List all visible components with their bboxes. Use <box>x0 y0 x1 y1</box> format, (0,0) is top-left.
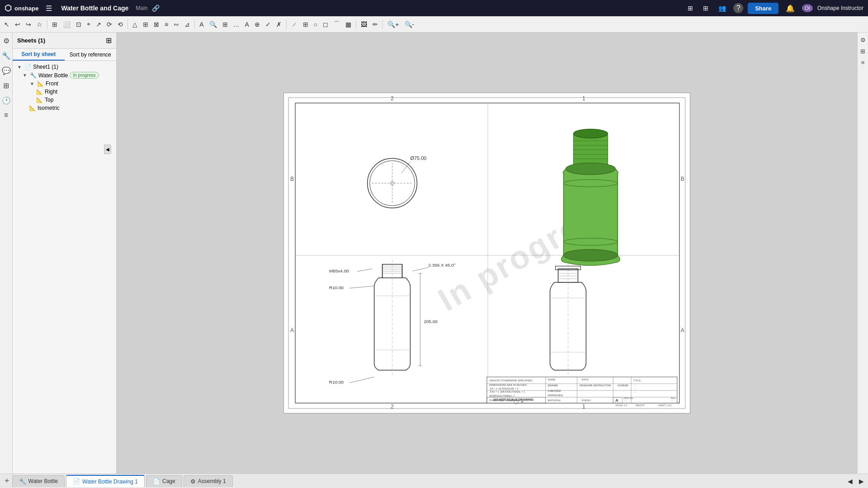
tab-sort-by-reference[interactable]: Sort by reference <box>65 49 117 61</box>
svg-text:R10.00: R10.00 <box>329 380 344 385</box>
note-button[interactable]: 🔍 <box>207 19 219 29</box>
line-button[interactable]: ⟋ <box>289 19 300 29</box>
ordinate-button[interactable]: ⊠ <box>151 19 161 29</box>
tree-item-right[interactable]: 📐 Right <box>13 88 116 96</box>
views-button[interactable]: ⊞ <box>50 19 60 29</box>
svg-line-43 <box>349 377 374 383</box>
tree-item-isometric[interactable]: 📐 Isometric <box>13 104 116 112</box>
spline-button[interactable]: ⊞ <box>301 19 311 29</box>
tree-item-front[interactable]: ▼ 📐 Front <box>13 80 116 88</box>
tab-water-bottle[interactable]: 🔧 Water Bottle <box>12 475 65 487</box>
sidebar-collapse-button[interactable]: ◀ <box>104 145 111 154</box>
main-area: ⚙ 🔧 💬 ⊞ 🕐 ≡ Sheets (1) ⊞ Sort by sheet S… <box>0 33 868 474</box>
smart-dim-button[interactable]: ⊞ <box>141 19 151 29</box>
geom-tol-button[interactable]: ⊿ <box>182 19 192 29</box>
tab-scroll-left[interactable]: ◀ <box>845 476 855 486</box>
right-panel-icon-1[interactable]: ⚙ <box>859 35 867 45</box>
svg-text:A: A <box>681 327 684 333</box>
svg-text:DIMENSIONS ARE IN INCHES: DIMENSIONS ARE IN INCHES <box>489 384 527 386</box>
svg-text:DATE: DATE <box>581 378 588 381</box>
user-avatar[interactable]: OI <box>802 4 813 12</box>
circle-button[interactable]: ○ <box>311 19 320 29</box>
cross-button[interactable]: ✗ <box>274 19 284 29</box>
redo-button[interactable]: ↪ <box>24 19 33 29</box>
zoom-in-button[interactable]: 🔍+ <box>385 19 401 29</box>
svg-text:.XX = ± .02    ANGULAR = 1°: .XX = ± .02 ANGULAR = 1° <box>489 387 519 390</box>
svg-text:⊕: ⊕ <box>521 400 524 403</box>
centerline-button[interactable]: ∾ <box>171 19 181 29</box>
comment-icon[interactable]: 💬 <box>0 65 12 76</box>
sidebar-expand-button[interactable]: ⊞ <box>106 36 112 45</box>
text-button[interactable]: A <box>197 19 206 29</box>
tab-assembly[interactable]: ⚙ Assembly 1 <box>184 475 233 487</box>
parts-icon[interactable]: ⚙ <box>2 35 11 47</box>
assembly-icon[interactable]: 🔧 <box>0 50 12 61</box>
right-panel: ⚙ ⊞ ≡ <box>857 33 868 474</box>
expand-front[interactable]: ▼ <box>29 81 35 86</box>
front-label: Front <box>46 80 58 87</box>
svg-text:205.00: 205.00 <box>424 319 438 324</box>
hamburger-button[interactable]: ☰ <box>43 4 55 13</box>
image-button[interactable]: 🖼 <box>359 19 369 29</box>
svg-text:----: ---- <box>633 384 637 386</box>
expand-sheet1[interactable]: ▼ <box>16 65 23 70</box>
right-panel-icon-3[interactable]: ≡ <box>860 58 866 67</box>
history-icon[interactable]: 🕐 <box>0 95 12 106</box>
align-button[interactable]: ⟲ <box>115 19 125 29</box>
weld-button[interactable]: ⊕ <box>252 19 262 29</box>
tab-sort-by-sheet[interactable]: Sort by sheet <box>13 49 65 61</box>
check-button[interactable]: ✓ <box>263 19 273 29</box>
dim-button[interactable]: △ <box>130 19 140 29</box>
properties-icon[interactable]: ≡ <box>3 110 9 121</box>
share-button[interactable]: Share <box>748 3 778 14</box>
tab-water-bottle-drawing[interactable]: 📄 Water Bottle Drawing 1 <box>66 475 145 487</box>
sketch-button[interactable]: ✏ <box>370 19 380 29</box>
grid-icon[interactable]: ⊞ <box>700 5 711 12</box>
version-icon[interactable]: ⊞ <box>685 5 696 12</box>
tab-cage[interactable]: 📄 Cage <box>146 475 182 487</box>
help-icon[interactable]: ? <box>733 3 743 13</box>
iso-view-icon: 📐 <box>29 105 36 111</box>
center-mark-button[interactable]: ≡ <box>162 19 170 29</box>
people-icon[interactable]: 👥 <box>716 5 729 12</box>
tab-scroll-right[interactable]: ▶ <box>857 476 866 486</box>
link-icon[interactable]: 🔗 <box>152 5 160 12</box>
broken-button[interactable]: ⟳ <box>104 19 114 29</box>
detail-button[interactable]: ⊡ <box>74 19 84 29</box>
logo-text: onshape <box>14 5 38 12</box>
arc-button[interactable]: ⌒ <box>331 19 342 30</box>
logo[interactable]: ⬡ onshape <box>5 3 38 13</box>
hatch-button[interactable]: ▦ <box>343 19 354 29</box>
undo-button[interactable]: ↩ <box>13 19 23 29</box>
bom-button[interactable]: … <box>231 19 242 29</box>
section-button[interactable]: ⬜ <box>61 19 73 29</box>
svg-text:SCALE: 1:3: SCALE: 1:3 <box>615 404 627 407</box>
table-button[interactable]: ⊞ <box>220 19 230 29</box>
surface-finish-button[interactable]: A <box>243 19 251 29</box>
zoom-fit-button[interactable]: 🔍- <box>402 19 417 29</box>
notifications-icon[interactable]: 🔔 <box>783 4 797 13</box>
expand-water-bottle[interactable]: ▼ <box>22 73 28 78</box>
variables-icon[interactable]: ⊞ <box>2 80 10 91</box>
svg-text:APPROVED: APPROVED <box>548 394 563 397</box>
crop-button[interactable]: ⌖ <box>85 19 93 29</box>
star-button[interactable]: ☆ <box>34 19 45 29</box>
sheet1-label: Sheet1 (1) <box>33 64 58 70</box>
tree-item-water-bottle[interactable]: ▼ 🔧 Water Bottle In progress <box>13 71 116 80</box>
toolbar-sep-5 <box>356 19 356 29</box>
add-tab-button[interactable]: + <box>2 476 12 486</box>
drawing-area[interactable]: In progress 2 1 2 1 B B <box>117 33 857 474</box>
toolbar-sep-4 <box>286 19 287 29</box>
toolbar: ↖ ↩ ↪ ☆ ⊞ ⬜ ⊡ ⌖ ↗ ⟳ ⟲ △ ⊞ ⊠ ≡ ∾ ⊿ A 🔍 ⊞ … <box>0 16 868 33</box>
svg-text:1: 1 <box>582 404 585 410</box>
auxiliary-button[interactable]: ↗ <box>94 19 104 29</box>
tree-item-top[interactable]: 📐 Top <box>13 96 116 104</box>
tree-item-sheet1[interactable]: ▼ 📄 Sheet1 (1) <box>13 63 116 71</box>
svg-point-46 <box>573 129 608 138</box>
right-panel-icon-2[interactable]: ⊞ <box>859 47 867 56</box>
svg-point-48 <box>564 249 618 261</box>
top-label: Top <box>45 97 53 103</box>
rect-button[interactable]: ◻ <box>321 19 330 29</box>
front-icon: 📐 <box>37 80 44 87</box>
select-tool[interactable]: ↖ <box>2 19 12 29</box>
